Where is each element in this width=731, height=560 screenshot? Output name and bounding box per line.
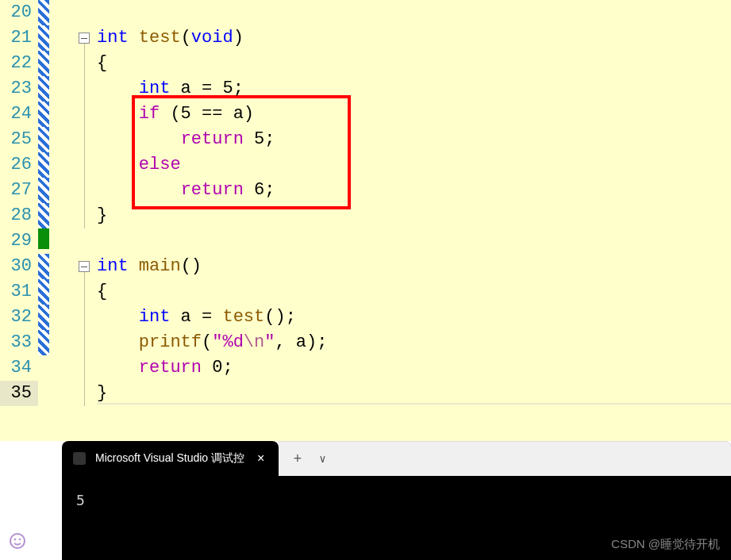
change-mark-icon	[38, 178, 49, 203]
margin-row	[38, 228, 76, 254]
margin-row	[38, 178, 76, 203]
console-icon	[73, 452, 86, 465]
fold-toggle-icon[interactable]	[79, 33, 90, 44]
line-number: 21	[0, 25, 38, 51]
margin-row	[38, 381, 76, 406]
change-mark-icon	[38, 76, 49, 102]
margin-row	[38, 102, 76, 127]
svg-point-0	[10, 534, 25, 548]
code-line[interactable]: return 6;	[97, 178, 731, 203]
code-line[interactable]: int a = 5;	[97, 76, 731, 102]
code-area[interactable]: int test(void){ int a = 5; if (5 == a) r…	[97, 0, 731, 452]
code-line[interactable]: int test(void)	[97, 25, 731, 51]
code-line[interactable]: else	[97, 152, 731, 178]
tab-active[interactable]: Microsoft Visual Studio 调试控 ×	[62, 441, 279, 476]
margin-row	[38, 51, 76, 76]
output-line: 5	[76, 492, 85, 508]
tab-strip: + ∨	[279, 441, 731, 476]
code-line[interactable]: return 0;	[97, 355, 731, 381]
line-number: 20	[0, 0, 38, 25]
code-line[interactable]: {	[97, 51, 731, 76]
change-mark-icon	[38, 254, 49, 279]
margin-marks	[38, 0, 76, 452]
change-mark-icon	[38, 203, 49, 228]
margin-row	[38, 25, 76, 51]
change-mark-icon	[38, 0, 49, 25]
margin-row	[38, 305, 76, 330]
margin-row	[38, 127, 76, 152]
margin-row	[38, 76, 76, 102]
code-line[interactable]	[97, 0, 731, 25]
change-mark-icon	[38, 279, 49, 305]
code-line[interactable]: {	[97, 279, 731, 305]
line-number-gutter: 20212223242526272829303132333435	[0, 0, 38, 452]
tab-dropdown-icon[interactable]: ∨	[319, 452, 325, 466]
change-mark-icon	[38, 25, 49, 51]
change-mark-icon	[38, 51, 49, 76]
code-line[interactable]	[97, 228, 731, 254]
code-line[interactable]: if (5 == a)	[97, 102, 731, 127]
code-editor[interactable]: 20212223242526272829303132333435 int tes…	[0, 0, 731, 452]
line-number: 27	[0, 178, 38, 203]
line-number: 25	[0, 127, 38, 152]
code-line[interactable]: }	[97, 381, 731, 406]
feedback-icon[interactable]	[8, 531, 27, 550]
line-number: 28	[0, 203, 38, 228]
line-number: 26	[0, 152, 38, 178]
tab-bar: Microsoft Visual Studio 调试控 × + ∨	[62, 441, 731, 476]
code-line[interactable]: printf("%d\n", a);	[97, 330, 731, 355]
close-icon[interactable]: ×	[254, 451, 267, 466]
change-mark-icon	[38, 330, 49, 355]
terminal-output: 5	[62, 476, 731, 524]
margin-row	[38, 355, 76, 381]
code-line[interactable]: int a = test();	[97, 305, 731, 330]
line-number: 32	[0, 305, 38, 330]
margin-row	[38, 254, 76, 279]
change-mark-icon	[38, 102, 49, 127]
change-mark-icon	[38, 305, 49, 330]
saved-mark-icon	[38, 228, 49, 249]
margin-row	[38, 0, 76, 25]
margin-row	[38, 330, 76, 355]
svg-point-1	[14, 539, 17, 541]
line-number: 35	[0, 381, 38, 406]
fold-column	[76, 0, 97, 452]
margin-row	[38, 152, 76, 178]
watermark: CSDN @睡觉待开机	[611, 537, 720, 552]
line-number: 29	[0, 228, 38, 254]
line-number: 30	[0, 254, 38, 279]
code-line[interactable]: return 5;	[97, 127, 731, 152]
line-number: 24	[0, 102, 38, 127]
line-number: 33	[0, 330, 38, 355]
tab-title: Microsoft Visual Studio 调试控	[95, 451, 244, 466]
code-line[interactable]: }	[97, 203, 731, 228]
change-mark-icon	[38, 152, 49, 178]
line-number: 23	[0, 76, 38, 102]
new-tab-button[interactable]: +	[293, 451, 302, 467]
svg-point-2	[19, 539, 21, 541]
line-number: 31	[0, 279, 38, 305]
line-number: 34	[0, 355, 38, 381]
code-line[interactable]: int main()	[97, 254, 731, 279]
fold-toggle-icon[interactable]	[79, 261, 90, 272]
margin-row	[38, 203, 76, 228]
line-number: 22	[0, 51, 38, 76]
margin-row	[38, 279, 76, 305]
change-mark-icon	[38, 127, 49, 152]
